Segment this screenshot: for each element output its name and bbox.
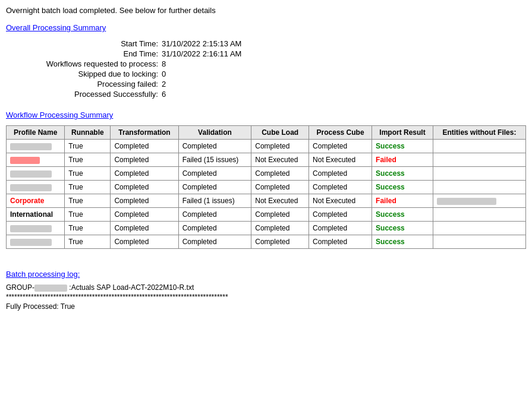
cell-profile <box>7 153 65 167</box>
cell-process-cube: Not Executed <box>309 194 372 208</box>
cell-runnable: True <box>65 153 111 167</box>
cell-transformation: Completed <box>111 140 178 153</box>
cell-validation: Completed <box>178 235 251 249</box>
cell-cube-load: Completed <box>251 208 309 222</box>
cell-process-cube: Completed <box>309 167 372 181</box>
batch-log-line1: GROUP- :Actuals SAP Load-ACT-2022M10-R.t… <box>6 283 526 292</box>
cell-transformation: Completed <box>111 235 178 249</box>
end-time-label: End Time: <box>6 49 160 58</box>
batch-log-title[interactable]: Batch processing log: <box>6 270 80 279</box>
cell-cube-load: Completed <box>251 222 309 235</box>
cell-entities <box>433 181 525 194</box>
cell-cube-load: Completed <box>251 181 309 194</box>
table-row: TrueCompletedFailed (15 issues)Not Execu… <box>7 153 526 167</box>
batch-log-line2: ****************************************… <box>6 293 526 301</box>
table-row: TrueCompletedCompletedCompletedCompleted… <box>7 167 526 181</box>
cell-import-result: Success <box>372 167 433 181</box>
cell-transformation: Completed <box>111 181 178 194</box>
cell-process-cube: Completed <box>309 140 372 153</box>
cell-entities <box>433 235 525 249</box>
col-transformation: Transformation <box>111 126 178 140</box>
cell-import-result: Success <box>372 208 433 222</box>
cell-validation: Completed <box>178 167 251 181</box>
cell-runnable: True <box>65 208 111 222</box>
workflow-summary-title[interactable]: Workflow Processing Summary <box>6 110 113 119</box>
cell-import-result: Success <box>372 222 433 235</box>
col-process-cube: Process Cube <box>309 126 372 140</box>
cell-runnable: True <box>65 140 111 153</box>
workflow-table: Profile Name Runnable Transformation Val… <box>6 125 526 249</box>
overall-summary-table: Start Time: 31/10/2022 2:15:13 AM End Ti… <box>6 39 526 99</box>
col-import-result: Import Result <box>372 126 433 140</box>
cell-cube-load: Not Executed <box>251 194 309 208</box>
table-row: TrueCompletedCompletedCompletedCompleted… <box>7 222 526 235</box>
batch-log-line3: Fully Processed: True <box>6 302 526 311</box>
failed-label: Processing failed: <box>6 80 160 89</box>
cell-import-result: Failed <box>372 194 433 208</box>
cell-runnable: True <box>65 222 111 235</box>
cell-profile <box>7 140 65 153</box>
cell-runnable: True <box>65 181 111 194</box>
cell-runnable: True <box>65 167 111 181</box>
table-row: TrueCompletedCompletedCompletedCompleted… <box>7 181 526 194</box>
cell-import-result: Success <box>372 140 433 153</box>
col-cube-load: Cube Load <box>251 126 309 140</box>
cell-transformation: Completed <box>111 167 178 181</box>
table-row: TrueCompletedCompletedCompletedCompleted… <box>7 235 526 249</box>
cell-entities <box>433 167 525 181</box>
failed-value: 2 <box>160 80 166 89</box>
cell-validation: Completed <box>178 208 251 222</box>
cell-cube-load: Not Executed <box>251 153 309 167</box>
col-runnable: Runnable <box>65 126 111 140</box>
intro-text: Overnight batch load completed. See belo… <box>6 6 526 15</box>
cell-process-cube: Completed <box>309 235 372 249</box>
cell-profile <box>7 181 65 194</box>
workflows-value: 8 <box>160 59 166 68</box>
col-validation: Validation <box>178 126 251 140</box>
table-row: TrueCompletedCompletedCompletedCompleted… <box>7 140 526 153</box>
cell-cube-load: Completed <box>251 167 309 181</box>
cell-process-cube: Completed <box>309 222 372 235</box>
cell-validation: Completed <box>178 181 251 194</box>
cell-entities <box>433 140 525 153</box>
cell-profile <box>7 222 65 235</box>
cell-entities <box>433 222 525 235</box>
cell-cube-load: Completed <box>251 140 309 153</box>
table-header-row: Profile Name Runnable Transformation Val… <box>7 126 526 140</box>
cell-profile <box>7 235 65 249</box>
workflows-label: Workflows requested to process: <box>6 59 160 68</box>
col-entities: Entities without Files: <box>433 126 525 140</box>
table-row: CorporateTrueCompletedFailed (1 issues)N… <box>7 194 526 208</box>
col-profile: Profile Name <box>7 126 65 140</box>
cell-transformation: Completed <box>111 222 178 235</box>
cell-entities <box>433 153 525 167</box>
start-time-value: 31/10/2022 2:15:13 AM <box>160 39 241 48</box>
cell-runnable: True <box>65 235 111 249</box>
cell-entities <box>433 208 525 222</box>
overall-summary-title[interactable]: Overall Processing Summary <box>6 23 106 32</box>
cell-validation: Completed <box>178 222 251 235</box>
cell-cube-load: Completed <box>251 235 309 249</box>
cell-entities <box>433 194 525 208</box>
cell-process-cube: Not Executed <box>309 153 372 167</box>
cell-process-cube: Completed <box>309 208 372 222</box>
cell-transformation: Completed <box>111 194 178 208</box>
cell-runnable: True <box>65 194 111 208</box>
skipped-value: 0 <box>160 70 166 78</box>
cell-process-cube: Completed <box>309 181 372 194</box>
end-time-value: 31/10/2022 2:16:11 AM <box>160 49 241 58</box>
cell-validation: Failed (15 issues) <box>178 153 251 167</box>
success-value: 6 <box>160 90 166 99</box>
cell-import-result: Failed <box>372 153 433 167</box>
table-row: InternationalTrueCompletedCompletedCompl… <box>7 208 526 222</box>
cell-validation: Failed (1 issues) <box>178 194 251 208</box>
cell-transformation: Completed <box>111 208 178 222</box>
cell-transformation: Completed <box>111 153 178 167</box>
cell-profile: Corporate <box>7 194 65 208</box>
success-label: Processed Successfully: <box>6 90 160 99</box>
skipped-label: Skipped due to locking: <box>6 70 160 78</box>
start-time-label: Start Time: <box>6 39 160 48</box>
cell-import-result: Success <box>372 181 433 194</box>
cell-profile <box>7 167 65 181</box>
cell-import-result: Success <box>372 235 433 249</box>
